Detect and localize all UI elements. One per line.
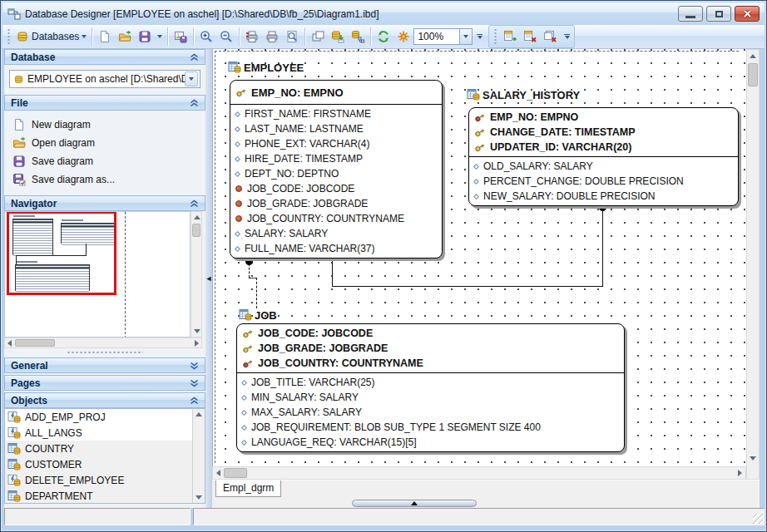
table-row[interactable]: JOB_GRADE: JOBGRADE: [237, 341, 624, 356]
section-header-general[interactable]: General: [4, 357, 205, 373]
section-header-database[interactable]: Database: [4, 49, 205, 65]
panel-splitter[interactable]: [4, 348, 205, 356]
menu-item-new-diagram[interactable]: New diagram: [9, 116, 200, 134]
zoom-in-button[interactable]: [196, 27, 216, 47]
minimize-button[interactable]: [678, 6, 703, 22]
table-row[interactable]: SALARY: SALARY: [230, 226, 442, 241]
scroll-left-arrow[interactable]: [7, 340, 12, 347]
navigator-vertical-scrollbar[interactable]: [191, 211, 202, 337]
save-as-image-button[interactable]: [171, 27, 191, 47]
toolbar-overflow-button[interactable]: [474, 27, 485, 47]
compile-button[interactable]: [393, 27, 413, 47]
table-employee[interactable]: EMP_NO: EMPNO FIRST_NAME: FIRSTNAME LAST…: [230, 80, 443, 259]
databases-button[interactable]: Databases: [13, 27, 89, 47]
table-job[interactable]: JOB_CODE: JOBCODE JOB_GRADE: JOBGRADE: [236, 323, 625, 452]
table-row[interactable]: LAST_NAME: LASTNAME: [230, 121, 442, 136]
scroll-up-arrow[interactable]: [750, 54, 756, 58]
table-row[interactable]: FULL_NAME: VARCHAR(37): [230, 241, 442, 256]
close-button[interactable]: [735, 6, 760, 22]
navigator-minimap[interactable]: [4, 211, 191, 337]
table-row[interactable]: FIRST_NAME: FIRSTNAME: [230, 106, 442, 121]
table-row[interactable]: JOB_GRADE: JOBGRADE: [230, 196, 442, 211]
list-item-delete-employee[interactable]: DELETE_EMPLOYEE: [5, 472, 205, 488]
print-button[interactable]: [262, 27, 282, 47]
toolbar-overflow-button[interactable]: [562, 27, 572, 47]
database-combo[interactable]: EMPLOYEE on aschel [D:\Shared\DB: [9, 70, 200, 88]
canvas-horizontal-scrollbar[interactable]: [212, 466, 746, 480]
section-header-file[interactable]: File: [4, 95, 205, 111]
section-header-navigator[interactable]: Navigator: [4, 195, 205, 211]
menu-item-save-diagram-as[interactable]: Save diagram as...: [9, 170, 200, 189]
zoom-level-input[interactable]: 100%: [413, 28, 460, 45]
table-row[interactable]: HIRE_DATE: TIMESTAMP: [230, 151, 442, 166]
scroll-thumb[interactable]: [748, 63, 758, 86]
diagram-canvas[interactable]: EMPLOYEE EMP_NO: EMPNO FI: [212, 49, 746, 466]
arrange-windows-button[interactable]: [308, 27, 328, 47]
print-preview-button[interactable]: [282, 27, 302, 47]
open-diagram-button[interactable]: [115, 27, 135, 47]
relation-line-salary-history-employee[interactable]: [332, 286, 603, 287]
scroll-down-arrow[interactable]: [194, 329, 200, 333]
zoom-level-dropdown[interactable]: [460, 28, 473, 45]
add-object-button[interactable]: [500, 27, 520, 47]
table-row[interactable]: UPDATER_ID: VARCHAR(20): [469, 140, 738, 155]
combo-dropdown-button[interactable]: [185, 71, 198, 86]
table-row[interactable]: PHONE_EXT: VARCHAR(4): [230, 136, 442, 151]
sidebar-splitter[interactable]: ◄: [205, 49, 212, 508]
canvas-vertical-scrollbar[interactable]: [746, 49, 760, 480]
toolbar-grip[interactable]: [493, 28, 497, 45]
scroll-thumb[interactable]: [192, 224, 200, 237]
list-item-department[interactable]: DEPARTMENT: [5, 488, 205, 504]
relation-line-employee-job[interactable]: [256, 278, 257, 308]
zoom-out-button[interactable]: [216, 27, 236, 47]
table-title-job[interactable]: JOB: [239, 308, 277, 322]
scroll-thumb[interactable]: [224, 468, 247, 478]
table-row[interactable]: JOB_TITLE: VARCHAR(25): [237, 375, 624, 390]
table-salary-history[interactable]: EMP_NO: EMPNO CHANGE_DATE: TIMESTAMP: [468, 107, 739, 206]
list-item-all-langs[interactable]: ALL_LANGS: [5, 425, 205, 441]
table-row[interactable]: NEW_SALARY: DOUBLE PRECISION: [469, 189, 738, 204]
relation-line-salary-history-employee[interactable]: [332, 255, 333, 286]
scroll-down-arrow[interactable]: [750, 456, 756, 461]
table-row[interactable]: PERCENT_CHANGE: DOUBLE PRECISION: [469, 174, 738, 189]
scroll-right-arrow[interactable]: [195, 340, 199, 347]
table-row[interactable]: LANGUAGE_REQ: VARCHAR(15)[5]: [237, 435, 624, 450]
table-row[interactable]: JOB_COUNTRY: COUNTRYNAME: [230, 211, 442, 226]
refresh-button[interactable]: [374, 27, 393, 47]
relation-line-salary-history-employee[interactable]: [602, 210, 603, 286]
table-row[interactable]: MIN_SALARY: SALARY: [237, 390, 624, 405]
objects-vertical-scrollbar[interactable]: [192, 409, 205, 503]
menu-item-open-diagram[interactable]: Open diagram: [9, 134, 200, 152]
save-diagram-button[interactable]: [135, 27, 155, 47]
table-row[interactable]: JOB_CODE: JOBCODE: [237, 326, 624, 341]
table-row[interactable]: JOB_CODE: JOBCODE: [230, 181, 442, 196]
table-row[interactable]: MAX_SALARY: SALARY: [237, 405, 624, 420]
scroll-up-arrow[interactable]: [195, 412, 202, 416]
relation-line-employee-job[interactable]: [249, 264, 250, 278]
list-item-customer[interactable]: CUSTOMER: [5, 456, 205, 472]
scroll-left-arrow[interactable]: [216, 470, 220, 476]
navigator-viewport-rect[interactable]: [7, 211, 116, 295]
table-row[interactable]: CHANGE_DATE: TIMESTAMP: [469, 125, 738, 140]
tab-empl-dgrm[interactable]: Empl_dgrm: [215, 480, 281, 497]
remove-object-button[interactable]: [520, 27, 540, 47]
table-title-employee[interactable]: EMPLOYEE: [228, 61, 304, 74]
section-header-objects[interactable]: Objects: [4, 392, 205, 408]
reverse-engineer-button[interactable]: [348, 27, 368, 47]
pages-slider[interactable]: [352, 500, 477, 507]
table-row[interactable]: OLD_SALARY: SALARY: [469, 159, 738, 174]
table-title-salary-history[interactable]: SALARY_HISTORY: [467, 88, 580, 101]
toolbar-grip[interactable]: [7, 28, 11, 45]
table-row[interactable]: EMP_NO: EMPNO: [230, 82, 442, 102]
list-item-add-emp-proj[interactable]: ADD_EMP_PROJ: [5, 409, 205, 425]
table-row[interactable]: JOB_COUNTRY: COUNTRYNAME: [237, 356, 624, 371]
export-database-button[interactable]: [328, 27, 348, 47]
title-bar[interactable]: Database Designer [EMPLOYEE on aschel] […: [2, 2, 765, 25]
print-setup-button[interactable]: [242, 27, 262, 47]
scroll-right-arrow[interactable]: [738, 470, 742, 476]
table-row[interactable]: EMP_NO: EMPNO: [469, 110, 738, 125]
scroll-down-arrow[interactable]: [195, 495, 202, 500]
resize-grip[interactable]: [753, 514, 763, 524]
maximize-button[interactable]: [706, 6, 731, 22]
section-header-pages[interactable]: Pages: [4, 375, 205, 391]
